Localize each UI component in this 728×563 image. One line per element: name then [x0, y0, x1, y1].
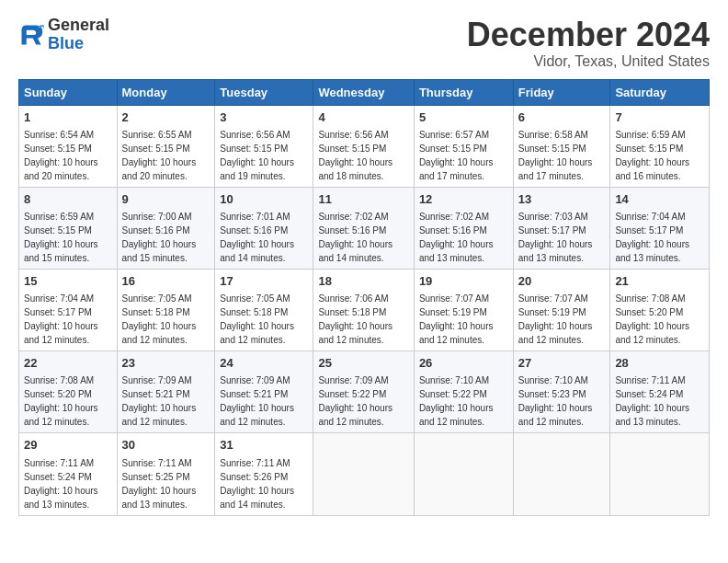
day-info: Sunrise: 6:58 AMSunset: 5:15 PMDaylight:…	[518, 130, 593, 181]
calendar-header-cell: Sunday	[19, 79, 118, 105]
calendar-header-cell: Saturday	[610, 79, 710, 105]
calendar-day-cell: 23Sunrise: 7:09 AMSunset: 5:21 PMDayligh…	[117, 351, 215, 433]
logo-icon	[18, 22, 44, 48]
day-number: 3	[220, 109, 308, 126]
calendar-header-cell: Tuesday	[215, 79, 313, 105]
calendar-day-cell: 17Sunrise: 7:05 AMSunset: 5:18 PMDayligh…	[215, 269, 313, 350]
calendar-day-cell: 31Sunrise: 7:11 AMSunset: 5:26 PMDayligh…	[215, 433, 313, 515]
calendar-week-row: 8Sunrise: 6:59 AMSunset: 5:15 PMDaylight…	[19, 187, 710, 269]
calendar-day-cell	[414, 433, 513, 515]
day-info: Sunrise: 7:11 AMSunset: 5:24 PMDaylight:…	[615, 375, 689, 427]
day-info: Sunrise: 7:04 AMSunset: 5:17 PMDaylight:…	[24, 293, 98, 345]
calendar-day-cell: 24Sunrise: 7:09 AMSunset: 5:21 PMDayligh…	[215, 351, 313, 433]
day-info: Sunrise: 6:59 AMSunset: 5:15 PMDaylight:…	[615, 130, 689, 181]
calendar-day-cell: 7Sunrise: 6:59 AMSunset: 5:15 PMDaylight…	[610, 105, 710, 187]
calendar-day-cell: 4Sunrise: 6:56 AMSunset: 5:15 PMDaylight…	[313, 105, 414, 187]
calendar-day-cell	[513, 433, 610, 515]
calendar-day-cell: 29Sunrise: 7:11 AMSunset: 5:24 PMDayligh…	[19, 433, 118, 515]
logo-text: General Blue	[48, 17, 109, 53]
calendar-day-cell: 19Sunrise: 7:07 AMSunset: 5:19 PMDayligh…	[414, 269, 513, 350]
calendar-day-cell: 18Sunrise: 7:06 AMSunset: 5:18 PMDayligh…	[313, 269, 414, 350]
calendar-day-cell: 22Sunrise: 7:08 AMSunset: 5:20 PMDayligh…	[19, 351, 118, 433]
day-info: Sunrise: 6:55 AMSunset: 5:15 PMDaylight:…	[122, 130, 197, 181]
day-number: 14	[615, 191, 704, 208]
calendar-day-cell: 25Sunrise: 7:09 AMSunset: 5:22 PMDayligh…	[313, 351, 414, 433]
calendar-header-cell: Wednesday	[313, 79, 414, 105]
day-number: 1	[24, 109, 112, 126]
day-info: Sunrise: 7:08 AMSunset: 5:20 PMDaylight:…	[615, 293, 689, 345]
day-info: Sunrise: 6:59 AMSunset: 5:15 PMDaylight:…	[24, 212, 98, 263]
day-number: 12	[419, 191, 508, 208]
calendar-body: 1Sunrise: 6:54 AMSunset: 5:15 PMDaylight…	[19, 105, 710, 515]
day-number: 27	[518, 355, 606, 372]
day-info: Sunrise: 6:56 AMSunset: 5:15 PMDaylight:…	[318, 130, 392, 181]
day-number: 2	[122, 109, 210, 126]
calendar-header-cell: Friday	[513, 79, 610, 105]
day-number: 20	[518, 273, 606, 290]
day-info: Sunrise: 7:09 AMSunset: 5:21 PMDaylight:…	[122, 375, 197, 427]
day-number: 28	[615, 355, 704, 372]
calendar-day-cell: 26Sunrise: 7:10 AMSunset: 5:22 PMDayligh…	[414, 351, 513, 433]
calendar-table: SundayMondayTuesdayWednesdayThursdayFrid…	[18, 79, 710, 516]
day-info: Sunrise: 7:11 AMSunset: 5:25 PMDaylight:…	[122, 458, 197, 510]
day-info: Sunrise: 6:54 AMSunset: 5:15 PMDaylight:…	[24, 130, 98, 181]
day-number: 26	[419, 355, 508, 372]
logo: General Blue	[18, 17, 109, 53]
day-info: Sunrise: 7:02 AMSunset: 5:16 PMDaylight:…	[419, 212, 494, 263]
day-number: 29	[24, 437, 112, 454]
calendar-day-cell	[610, 433, 710, 515]
day-info: Sunrise: 7:11 AMSunset: 5:24 PMDaylight:…	[24, 458, 98, 510]
day-number: 11	[318, 191, 408, 208]
day-info: Sunrise: 7:11 AMSunset: 5:26 PMDaylight:…	[220, 458, 294, 510]
calendar-day-cell: 14Sunrise: 7:04 AMSunset: 5:17 PMDayligh…	[610, 187, 710, 269]
day-number: 24	[220, 355, 308, 372]
day-number: 18	[318, 273, 408, 290]
calendar-week-row: 29Sunrise: 7:11 AMSunset: 5:24 PMDayligh…	[19, 433, 710, 515]
calendar-header-cell: Thursday	[414, 79, 513, 105]
day-number: 30	[122, 437, 210, 454]
day-number: 4	[318, 109, 408, 126]
day-number: 23	[122, 355, 210, 372]
day-number: 6	[518, 109, 606, 126]
day-number: 22	[24, 355, 112, 372]
calendar-day-cell	[313, 433, 414, 515]
day-number: 21	[615, 273, 704, 290]
day-info: Sunrise: 7:08 AMSunset: 5:20 PMDaylight:…	[24, 375, 98, 427]
day-info: Sunrise: 7:09 AMSunset: 5:21 PMDaylight:…	[220, 375, 294, 427]
calendar-day-cell: 21Sunrise: 7:08 AMSunset: 5:20 PMDayligh…	[610, 269, 710, 350]
calendar-day-cell: 30Sunrise: 7:11 AMSunset: 5:25 PMDayligh…	[117, 433, 215, 515]
location-title: Vidor, Texas, United States	[467, 53, 710, 70]
calendar-day-cell: 20Sunrise: 7:07 AMSunset: 5:19 PMDayligh…	[513, 269, 610, 350]
calendar-day-cell: 16Sunrise: 7:05 AMSunset: 5:18 PMDayligh…	[117, 269, 215, 350]
day-info: Sunrise: 7:10 AMSunset: 5:22 PMDaylight:…	[419, 375, 494, 427]
day-info: Sunrise: 6:56 AMSunset: 5:15 PMDaylight:…	[220, 130, 294, 181]
day-info: Sunrise: 7:02 AMSunset: 5:16 PMDaylight:…	[318, 212, 392, 263]
day-info: Sunrise: 7:07 AMSunset: 5:19 PMDaylight:…	[518, 293, 593, 345]
calendar-week-row: 1Sunrise: 6:54 AMSunset: 5:15 PMDaylight…	[19, 105, 710, 187]
day-number: 16	[122, 273, 210, 290]
day-info: Sunrise: 7:03 AMSunset: 5:17 PMDaylight:…	[518, 212, 593, 263]
day-info: Sunrise: 7:06 AMSunset: 5:18 PMDaylight:…	[318, 293, 392, 345]
title-block: December 2024 Vidor, Texas, United State…	[467, 17, 710, 70]
day-info: Sunrise: 7:09 AMSunset: 5:22 PMDaylight:…	[318, 375, 392, 427]
day-number: 10	[220, 191, 308, 208]
calendar-day-cell: 8Sunrise: 6:59 AMSunset: 5:15 PMDaylight…	[19, 187, 118, 269]
calendar-week-row: 15Sunrise: 7:04 AMSunset: 5:17 PMDayligh…	[19, 269, 710, 350]
calendar-day-cell: 9Sunrise: 7:00 AMSunset: 5:16 PMDaylight…	[117, 187, 215, 269]
day-number: 5	[419, 109, 508, 126]
day-number: 15	[24, 273, 112, 290]
calendar-day-cell: 10Sunrise: 7:01 AMSunset: 5:16 PMDayligh…	[215, 187, 313, 269]
day-number: 17	[220, 273, 308, 290]
day-number: 19	[419, 273, 508, 290]
day-number: 7	[615, 109, 704, 126]
calendar-day-cell: 5Sunrise: 6:57 AMSunset: 5:15 PMDaylight…	[414, 105, 513, 187]
day-number: 9	[122, 191, 210, 208]
calendar-day-cell: 1Sunrise: 6:54 AMSunset: 5:15 PMDaylight…	[19, 105, 118, 187]
calendar-day-cell: 3Sunrise: 6:56 AMSunset: 5:15 PMDaylight…	[215, 105, 313, 187]
calendar-day-cell: 6Sunrise: 6:58 AMSunset: 5:15 PMDaylight…	[513, 105, 610, 187]
calendar-header: SundayMondayTuesdayWednesdayThursdayFrid…	[19, 79, 710, 105]
calendar-day-cell: 12Sunrise: 7:02 AMSunset: 5:16 PMDayligh…	[414, 187, 513, 269]
day-number: 31	[220, 437, 308, 454]
month-title: December 2024	[467, 17, 710, 53]
header-row: General Blue December 2024 Vidor, Texas,…	[18, 17, 710, 70]
